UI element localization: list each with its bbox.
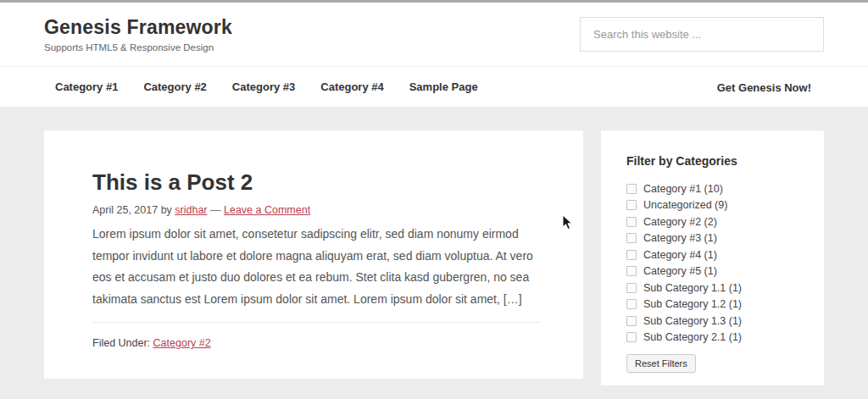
filed-under-label: Filed Under: [92, 337, 150, 349]
nav-item-category-1[interactable]: Category #1 [44, 67, 131, 107]
checkbox-icon[interactable] [626, 233, 637, 243]
filter-label: Category #4 (1) [643, 249, 717, 261]
checkbox-icon[interactable] [626, 200, 637, 210]
nav-item-sample-page[interactable]: Sample Page [397, 67, 491, 107]
post-excerpt: Lorem ipsum dolor sit amet, consetetur s… [92, 224, 541, 310]
checkbox-icon[interactable] [626, 217, 637, 227]
leave-comment-link[interactable]: Leave a Comment [224, 204, 310, 216]
nav-item-category-3[interactable]: Category #3 [220, 67, 308, 107]
nav-links: Category #1 Category #2 Category #3 Cate… [44, 67, 491, 107]
filter-item-category-1[interactable]: Category #1 (10) [626, 180, 807, 197]
filter-item-category-3[interactable]: Category #3 (1) [626, 230, 807, 247]
filter-label: Uncategorized (9) [643, 199, 727, 211]
nav-item-category-4[interactable]: Category #4 [308, 67, 396, 107]
site-tagline: Supports HTML5 & Responsive Design [44, 42, 232, 53]
sidebar: Filter by Categories Category #1 (10) Un… [601, 130, 824, 385]
filed-category-link[interactable]: Category #2 [153, 337, 211, 349]
filter-label: Sub Category 2.1 (1) [643, 331, 742, 343]
main-navigation: Category #1 Category #2 Category #3 Cate… [0, 67, 868, 107]
checkbox-icon[interactable] [626, 316, 637, 326]
checkbox-icon[interactable] [626, 250, 637, 260]
filter-item-sub-category-1-1[interactable]: Sub Category 1.1 (1) [626, 280, 807, 296]
site-branding: Genesis Framework Supports HTML5 & Respo… [44, 16, 232, 53]
filter-label: Sub Category 1.2 (1) [643, 298, 742, 310]
checkbox-icon[interactable] [626, 332, 637, 342]
get-genesis-link[interactable]: Get Genesis Now! [717, 81, 824, 94]
filter-item-sub-category-2-1[interactable]: Sub Category 2.1 (1) [626, 330, 807, 346]
nav-link-category-3[interactable]: Category #3 [220, 67, 308, 107]
filter-item-category-5[interactable]: Category #5 (1) [626, 263, 807, 280]
checkbox-icon[interactable] [626, 184, 637, 194]
meta-separator: — [210, 204, 221, 216]
filter-label: Category #2 (2) [643, 216, 717, 228]
post-author-link[interactable]: sridhar [175, 204, 207, 216]
nav-link-category-4[interactable]: Category #4 [308, 67, 396, 107]
filter-item-sub-category-1-2[interactable]: Sub Category 1.2 (1) [626, 296, 807, 313]
filter-label: Sub Category 1.1 (1) [643, 282, 742, 294]
site-header: Genesis Framework Supports HTML5 & Respo… [0, 3, 868, 67]
filter-label: Category #5 (1) [643, 265, 717, 277]
sidebar-heading: Filter by Categories [626, 154, 807, 168]
filter-label: Category #1 (10) [643, 183, 723, 195]
category-filter-list: Category #1 (10) Uncategorized (9) Categ… [626, 180, 807, 346]
post-article: This is a Post 2 April 25, 2017 by sridh… [44, 130, 583, 379]
filter-item-category-4[interactable]: Category #4 (1) [626, 247, 807, 263]
post-date: April 25, 2017 [92, 204, 158, 216]
post-by-label: by [161, 204, 172, 216]
entry-divider [92, 322, 541, 323]
filter-label: Sub Category 1.3 (1) [643, 315, 742, 327]
post-footer: Filed Under: Category #2 [92, 337, 541, 349]
post-meta: April 25, 2017 by sridhar — Leave a Comm… [92, 203, 541, 217]
reset-filters-button[interactable]: Reset Filters [626, 354, 696, 373]
content-area: This is a Post 2 April 25, 2017 by sridh… [44, 130, 824, 385]
filter-label: Category #3 (1) [643, 232, 717, 244]
search-input[interactable] [580, 17, 824, 52]
nav-link-sample-page[interactable]: Sample Page [397, 67, 491, 107]
nav-cta[interactable]: Get Genesis Now! [717, 80, 824, 95]
checkbox-icon[interactable] [626, 299, 637, 309]
post-title: This is a Post 2 [92, 169, 541, 195]
nav-link-category-2[interactable]: Category #2 [131, 67, 219, 107]
nav-item-category-2[interactable]: Category #2 [131, 67, 219, 107]
filter-item-sub-category-1-3[interactable]: Sub Category 1.3 (1) [626, 313, 807, 330]
filter-item-uncategorized[interactable]: Uncategorized (9) [626, 197, 807, 214]
checkbox-icon[interactable] [626, 283, 637, 293]
site-title: Genesis Framework [44, 16, 232, 39]
filter-item-category-2[interactable]: Category #2 (2) [626, 213, 807, 230]
checkbox-icon[interactable] [626, 266, 637, 276]
nav-link-category-1[interactable]: Category #1 [44, 67, 131, 107]
